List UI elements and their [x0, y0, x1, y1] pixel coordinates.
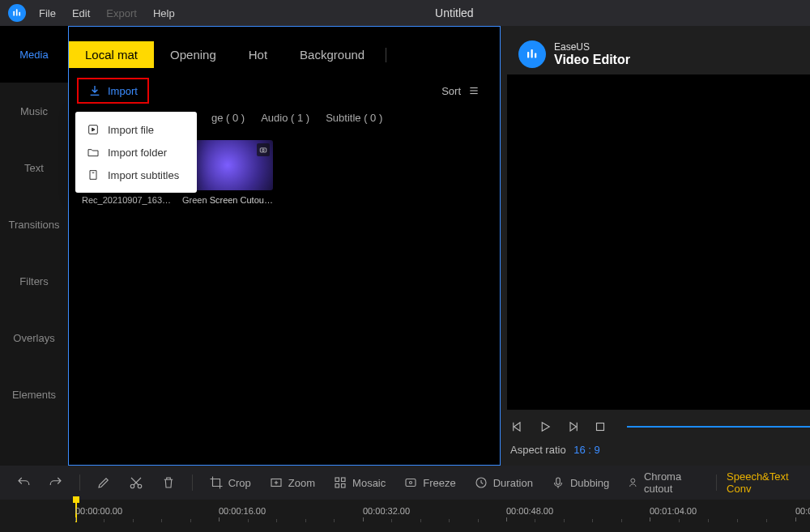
thumb-label: Green Screen Cutout... — [182, 195, 273, 205]
import-label: Import — [108, 85, 138, 97]
next-frame-button[interactable] — [564, 418, 582, 436]
timeline-tick: 00:01:04.00 — [650, 506, 697, 521]
app-logo-icon — [8, 4, 26, 22]
stop-button[interactable] — [591, 418, 609, 436]
sidebar-item-media[interactable]: Media — [0, 26, 68, 83]
camera-icon — [257, 143, 270, 156]
brand-logo-icon — [518, 40, 546, 68]
tab-hot[interactable]: Hot — [232, 41, 284, 68]
timeline-tick: 00:00:48.00 — [506, 506, 553, 521]
svg-rect-28 — [342, 478, 346, 482]
import-button[interactable]: Import — [77, 78, 149, 104]
window-title: Untitled — [102, 6, 807, 19]
sidebar-item-elements[interactable]: Elements — [0, 366, 68, 423]
filter-audio[interactable]: Audio ( 1 ) — [261, 112, 309, 124]
playback-scrubber[interactable] — [627, 426, 810, 428]
preview-pane: EaseUS Video Editor Aspect ratio 16 : 9 — [501, 26, 810, 466]
media-panel: Local mat Opening Hot Background Import … — [68, 26, 501, 466]
undo-button[interactable] — [10, 470, 37, 495]
menu-file[interactable]: File — [31, 2, 64, 24]
tab-local[interactable]: Local mat — [69, 41, 154, 68]
tab-opening[interactable]: Opening — [154, 41, 232, 68]
sidebar-item-text[interactable]: Text — [0, 139, 68, 196]
duration-button[interactable]: Duration — [467, 470, 539, 495]
brand-main: Video Editor — [554, 53, 630, 67]
import-folder-label: Import folder — [108, 147, 167, 159]
sort-label: Sort — [441, 85, 461, 97]
timeline-ruler[interactable]: 00:00:00.0000:00:16.0000:00:32.0000:00:4… — [0, 500, 810, 532]
speech-text-button[interactable]: Speech&Text Conv — [727, 470, 800, 495]
tab-separator — [386, 48, 386, 62]
sidebar-item-transitions[interactable]: Transitions — [0, 196, 68, 253]
svg-rect-29 — [335, 484, 339, 488]
sidebar-item-filters[interactable]: Filters — [0, 253, 68, 309]
svg-rect-31 — [406, 479, 416, 487]
dubbing-button[interactable]: Dubbing — [544, 470, 616, 495]
import-file-item[interactable]: Import file — [75, 118, 197, 141]
svg-point-32 — [410, 482, 412, 484]
svg-marker-7 — [92, 128, 95, 131]
svg-rect-21 — [597, 423, 604, 431]
timeline-tick: 00:00:00.00 — [75, 506, 122, 521]
menu-edit[interactable]: Edit — [64, 2, 98, 24]
filter-image[interactable]: ge ( 0 ) — [211, 112, 245, 124]
timeline-tick: 00:00:16.00 — [219, 506, 266, 521]
svg-rect-27 — [335, 478, 339, 482]
svg-rect-0 — [13, 11, 15, 16]
svg-rect-15 — [535, 53, 536, 58]
import-subtitles-item[interactable]: Import subtitles — [75, 164, 197, 186]
svg-rect-11 — [260, 148, 266, 152]
sort-button[interactable]: Sort — [441, 85, 492, 97]
sidebar: Media Music Text Transitions Filters Ove… — [0, 26, 68, 466]
zoom-button[interactable]: Zoom — [262, 470, 322, 495]
svg-point-12 — [262, 149, 265, 151]
import-folder-item[interactable]: Import folder — [75, 141, 197, 164]
chroma-button[interactable]: Chroma cutout — [620, 466, 706, 500]
svg-rect-34 — [556, 478, 561, 484]
svg-point-35 — [631, 479, 635, 483]
svg-rect-1 — [16, 9, 18, 15]
brand-sub: EaseUS — [554, 41, 630, 53]
delete-button[interactable] — [155, 470, 182, 495]
svg-rect-30 — [342, 484, 346, 488]
play-button[interactable] — [536, 418, 554, 436]
prev-frame-button[interactable] — [509, 418, 526, 436]
filter-subtitle[interactable]: Subtitle ( 0 ) — [326, 112, 382, 124]
timeline-tick: 00:00:32.00 — [363, 506, 410, 521]
edit-button[interactable] — [90, 470, 117, 495]
crop-button[interactable]: Crop — [202, 470, 258, 495]
cut-button[interactable] — [122, 470, 150, 495]
import-dropdown: Import file Import folder Import subtitl… — [75, 112, 197, 193]
import-subtitles-label: Import subtitles — [108, 169, 179, 181]
aspect-label: Aspect ratio — [510, 444, 566, 456]
sidebar-item-music[interactable]: Music — [0, 83, 68, 139]
svg-rect-13 — [527, 52, 529, 58]
sidebar-item-overlays[interactable]: Overlays — [0, 309, 68, 366]
svg-marker-16 — [514, 423, 521, 432]
aspect-value[interactable]: 16 : 9 — [573, 444, 600, 456]
tab-background[interactable]: Background — [284, 41, 381, 68]
svg-rect-14 — [531, 49, 533, 58]
svg-rect-2 — [19, 12, 20, 16]
timeline-tick: 00:0 — [795, 506, 810, 521]
thumb-label: Rec_20210907_1635... — [82, 195, 173, 205]
preview-viewport — [507, 74, 810, 410]
redo-button[interactable] — [42, 470, 70, 495]
freeze-button[interactable]: Freeze — [397, 470, 462, 495]
import-file-label: Import file — [108, 124, 154, 136]
mosaic-button[interactable]: Mosaic — [326, 470, 392, 495]
svg-marker-18 — [542, 423, 549, 432]
svg-marker-19 — [570, 423, 577, 432]
